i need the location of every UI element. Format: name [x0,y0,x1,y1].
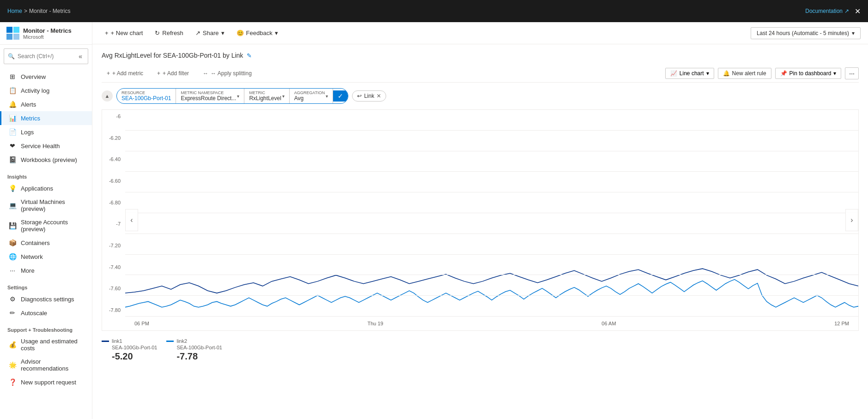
y-label-7-40: -7.40 [104,264,123,270]
link-filter-badge[interactable]: ↩ Link ✕ [352,90,386,102]
sidebar-item-virtual-machines[interactable]: 💻 Virtual Machines (preview) [0,195,92,215]
sidebar-item-applications[interactable]: 💡 Applications [0,181,92,195]
chart-nav-right-button[interactable]: › [845,209,858,231]
main-content: + + New chart ↻ Refresh ↗ Share ▾ 😊 Feed… [92,22,868,419]
y-label-6: -6 [104,114,123,119]
applications-icon: 💡 [9,185,16,192]
legend-sub-link1: SEA-100Gb-Port-01 [102,345,157,350]
time-range-button[interactable]: Last 24 hours (Automatic - 5 minutes) ▾ [751,27,861,39]
time-range-chevron-icon: ▾ [852,30,855,36]
feedback-button[interactable]: 😊 Feedback ▾ [231,27,283,39]
autoscale-icon: ✏ [9,309,16,317]
share-button[interactable]: ↗ Share ▾ [190,27,230,39]
chart-inner [125,110,858,317]
apply-splitting-button[interactable]: ↔ ↔ Apply splitting [198,68,257,79]
sidebar-item-overview[interactable]: ⊞ Overview [0,70,92,84]
chart-type-chevron: ▾ [706,70,709,77]
sidebar-item-service-health[interactable]: ❤ Service Health [0,139,92,153]
grid-line-6 [125,233,858,234]
splitting-label: ↔ Apply splitting [211,70,252,77]
legend-color-link1 [102,341,109,342]
aggregation-label: AGGREGATION [294,90,325,95]
resource-value: SEA-100Gb-Port-01 [121,95,171,102]
grid-line-3 [125,171,858,172]
support-header: Support + Troubleshooting [0,323,92,335]
line-chart-icon: 📈 [670,70,677,77]
metric-pill: RESOURCE SEA-100Gb-Port-01 METRIC NAMESP… [116,88,348,104]
sidebar-item-label-advisor: Advisor recommendations [21,358,85,372]
sidebar-item-label-workbooks: Workbooks (preview) [21,156,77,163]
collapse-sidebar-button[interactable]: « [77,51,84,62]
namespace-section[interactable]: METRIC NAMESPACE ExpressRoute Direct... … [176,89,244,103]
sidebar-item-diagnostics[interactable]: ⚙ Diagnostics settings [0,292,92,306]
search-input[interactable] [18,53,74,60]
sidebar-item-containers[interactable]: 📦 Containers [0,236,92,250]
metrics-icon: 📊 [9,114,16,122]
logs-icon: 📄 [9,128,16,136]
sidebar-item-storage-accounts[interactable]: 💾 Storage Accounts (preview) [0,215,92,236]
sidebar-item-label-vms: Virtual Machines (preview) [21,198,85,212]
refresh-button[interactable]: ↻ Refresh [150,27,188,39]
svg-rect-2 [6,34,12,40]
sidebar-item-label-containers: Containers [21,239,50,246]
add-filter-label: + Add filter [163,70,189,77]
svg-rect-0 [6,27,12,33]
chart-title-row: Avg RxLightLevel for SEA-100Gb-Port-01 b… [102,52,859,59]
splitting-icon: ↔ [203,70,208,77]
metric-name-labels: METRIC RxLightLevel [249,90,281,102]
link-remove-icon[interactable]: ✕ [376,93,381,99]
advisor-icon: 🌟 [9,361,16,369]
sidebar-item-autoscale[interactable]: ✏ Autoscale [0,306,92,320]
chart-type-button[interactable]: 📈 Line chart ▾ [665,68,714,79]
top-bar-left: Home > Monitor - Metrics [7,8,70,14]
edit-title-icon[interactable]: ✎ [247,52,252,59]
sidebar-item-more[interactable]: ··· More [0,263,92,277]
sidebar-item-activity-log[interactable]: 📋 Activity log [0,84,92,97]
usage-costs-icon: 💰 [9,341,16,348]
legend-line-link1: link1 [102,338,157,344]
legend-line-link2: link2 [166,338,222,344]
add-filter-button[interactable]: + + Add filter [152,68,194,79]
sidebar-item-network[interactable]: 🌐 Network [0,250,92,263]
sidebar-item-label-applications: Applications [21,185,53,192]
close-button[interactable]: ✕ [855,7,861,16]
metric-name-section[interactable]: METRIC RxLightLevel ▾ [244,89,289,103]
y-label-7-60: -7.60 [104,286,123,291]
aggregation-labels: AGGREGATION Avg [294,90,325,102]
aggregation-section[interactable]: AGGREGATION Avg ▾ [290,89,333,103]
new-alert-rule-button[interactable]: 🔔 New alert rule [718,68,771,79]
toolbar-right: Last 24 hours (Automatic - 5 minutes) ▾ [751,27,861,39]
pin-label: Pin to dashboard [789,70,832,77]
sidebar-item-usage-costs[interactable]: 💰 Usage and estimated costs [0,335,92,355]
chart-nav-left-button[interactable]: ‹ [125,209,138,231]
sidebar-item-workbooks[interactable]: 📓 Workbooks (preview) [0,153,92,167]
pin-dashboard-button[interactable]: 📌 Pin to dashboard ▾ [775,68,842,79]
sidebar-item-advisor[interactable]: 🌟 Advisor recommendations [0,355,92,375]
search-box: 🔍 « [4,48,88,64]
sidebar-item-metrics[interactable]: 📊 Metrics [0,111,92,125]
alerts-icon: 🔔 [9,101,16,108]
add-metric-button[interactable]: + + Add metric [102,68,148,79]
breadcrumb-home[interactable]: Home [7,8,22,14]
sidebar-item-alerts[interactable]: 🔔 Alerts [0,97,92,111]
sidebar-item-label-more: More [21,267,35,274]
metric-pill-confirm-button[interactable]: ✓ [333,90,348,102]
sidebar-item-label-service-health: Service Health [21,143,60,150]
resource-section: RESOURCE SEA-100Gb-Port-01 [117,89,176,103]
grid-line-4 [125,192,858,192]
sidebar-header: Monitor - Metrics Microsoft [0,22,92,45]
sidebar-item-logs[interactable]: 📄 Logs [0,125,92,139]
chart-more-button[interactable]: ··· [845,67,859,79]
sidebar-item-label-diagnostics: Diagnostics settings [21,296,74,303]
more-icon: ··· [9,267,16,274]
new-chart-button[interactable]: + + New chart [100,27,148,39]
page-toolbar: + + New chart ↻ Refresh ↗ Share ▾ 😊 Feed… [92,22,868,44]
settings-section: Settings ⚙ Diagnostics settings ✏ Autosc… [0,279,92,322]
sidebar-item-support-request[interactable]: ❓ New support request [0,375,92,389]
chart-title-text: Avg RxLightLevel for SEA-100Gb-Port-01 b… [102,52,243,59]
sidebar-item-label-logs: Logs [21,129,34,136]
pin-icon: 📌 [780,70,787,77]
documentation-link[interactable]: Documentation ↗ [805,8,849,14]
legend-value-link1: -5.20 [102,351,157,362]
legend-item-link2: link2 SEA-100Gb-Port-01 -7.78 [166,338,222,362]
